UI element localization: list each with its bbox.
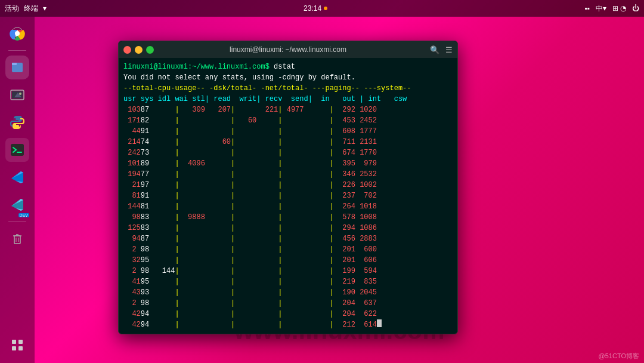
taskbar-icon-files[interactable] [5,56,29,79]
bottom-tag: @51CTO博客 [599,352,639,361]
terminal-body[interactable]: linuxmi@linuxmi:~/www.linuxmi.com$ dstat… [119,58,457,334]
svg-rect-11 [14,236,20,244]
taskbar-icon-vscode[interactable] [5,165,29,189]
terminal-data-row: 19 4 77 | | | | 346 2532 [123,169,453,180]
terminal-window: linuxmi@linuxmi: ~/www.linuxmi.com 🔍 ☰ l… [118,41,458,334]
minimize-button[interactable] [135,46,143,54]
terminal-data-row: 4 3 93 | | | | 190 2045 [123,287,453,298]
taskbar-icon-vscode-dev[interactable]: DEV [5,193,29,217]
terminal-command: dstat [270,61,295,72]
terminal-data-row: 4 1 95 | | | | 219 835 [123,276,453,287]
terminal-data-row: 2 1 97 | | | | 226 1002 [123,180,453,190]
window-controls [123,46,154,54]
top-bar-right: ▪▪ 中▾ ⊞ ◔ ⏻ [584,4,639,14]
close-button[interactable] [123,46,131,54]
menu-icon[interactable]: ☰ [445,45,453,54]
terminal-data-row: 24 2 73 | | | | 674 1770 [123,147,453,158]
tray-icons: ⊞ ◔ [612,4,626,13]
desktop: linuxmi@linuxmi: ~/www.linuxmi.com 🔍 ☰ l… [35,17,644,363]
taskbar-icon-python[interactable] [5,110,29,134]
terminal-header2: usr sys idl wai stl| read writ| recv sen… [123,94,453,104]
taskbar-icon-grid[interactable] [5,333,29,357]
terminal-info: You did not select any stats, using -cdn… [123,72,355,83]
input-method[interactable]: 中▾ [596,4,606,14]
terminal-label[interactable]: 终端 [24,4,38,14]
activities-label[interactable]: 活动 [5,4,19,14]
terminal-data-row: 21 4 74 | 60| | | 711 2131 [123,137,453,147]
top-bar-center: 23:14 [304,4,327,13]
taskbar-icon-terminal[interactable] [5,138,29,162]
taskbar-bottom [5,333,29,363]
terminal-title: linuxmi@linuxmi: ~/www.linuxmi.com [230,45,346,54]
terminal-data-row: 12 5 83 | | | | 294 1086 [123,223,453,233]
maximize-button[interactable] [146,46,154,54]
notification-dot [324,7,327,10]
terminal-data-row: 9 8 83 | 9888 | | | 578 1008 [123,212,453,223]
svg-rect-4 [12,63,17,65]
terminal-data-row: 3 2 95 | | | | 201 606 [123,255,453,266]
terminal-header1: --total-cpu-usage-- -dsk/total- -net/tot… [123,83,453,94]
terminal-titlebar: linuxmi@linuxmi: ~/www.linuxmi.com 🔍 ☰ [119,41,457,58]
taskbar-icon-chrome[interactable] [5,21,29,45]
terminal-data-row: 4 2 94 | | | | 204 622 [123,309,453,319]
top-bar: 活动 终端 ▾ 23:14 ▪▪ 中▾ ⊞ ◔ ⏻ [0,0,644,17]
terminal-data-rows: 10 3 87 | 309 207| 221| 4977 | 292 1020 … [123,104,453,330]
svg-rect-16 [12,340,16,344]
taskbar-icon-trash[interactable] [5,227,29,251]
power-icon[interactable]: ⏻ [632,4,639,13]
terminal-data-row: 2 98 | | | | 204 637 [123,298,453,309]
search-icon[interactable]: 🔍 [430,45,439,54]
terminal-data-row: 14 4 81 | | | | 264 1018 [123,201,453,212]
terminal-data-row: 2 98 | | | | 201 600 [123,244,453,255]
svg-rect-18 [12,346,16,350]
dropdown-arrow[interactable]: ▾ [43,4,47,13]
taskbar: DEV [0,17,35,363]
taskbar-icon-screenshot[interactable] [5,83,29,107]
terminal-data-row: 8 1 91 | | | | 237 702 [123,190,453,201]
svg-point-8 [19,93,21,95]
terminal-prompt: linuxmi@linuxmi:~/www.linuxmi.com$ [123,61,270,72]
terminal-data-row: 2 98 144| | | | 199 594 [123,266,453,276]
taskbar-divider-2 [8,222,26,222]
terminal-prompt-line: linuxmi@linuxmi:~/www.linuxmi.com$ dstat [123,61,453,72]
network-icon[interactable]: ▪▪ [584,4,590,13]
svg-rect-19 [18,346,23,350]
clock: 23:14 [304,4,321,13]
terminal-header1-text: --total-cpu-usage-- -dsk/total- -net/tot… [123,83,411,94]
terminal-data-row: 10 1 89 | 4096 | | | 395 979 [123,158,453,169]
terminal-data-row: 10 3 87 | 309 207| 221| 4977 | 292 1020 [123,104,453,115]
terminal-toolbar: 🔍 ☰ [430,45,453,54]
svg-rect-9 [11,144,24,156]
svg-point-2 [15,31,20,36]
terminal-data-row: 4 2 94 | | | | 212 614 [123,319,453,330]
terminal-info-line: You did not select any stats, using -cdn… [123,72,453,83]
terminal-header2-text: usr sys idl wai stl| read writ| recv sen… [123,94,407,104]
svg-rect-17 [18,340,23,344]
taskbar-divider-1 [8,50,26,51]
top-bar-left: 活动 终端 ▾ [5,4,47,14]
terminal-data-row: 17 1 82 | | 60 | | 453 2452 [123,115,453,126]
terminal-cursor [377,319,382,327]
terminal-data-row: 9 4 87 | | | | 456 2883 [123,233,453,244]
terminal-data-row: 4 4 91 | | | | 608 1777 [123,126,453,137]
